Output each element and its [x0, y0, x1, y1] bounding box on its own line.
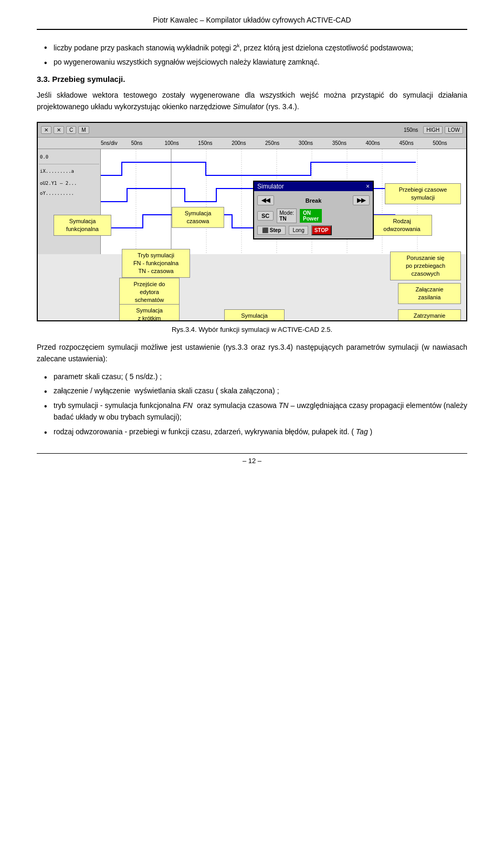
- time-250ns: 250ns: [265, 140, 299, 146]
- callout-rodzaj: Rodzajodwzorowania: [372, 215, 432, 236]
- page-footer: – 12 –: [37, 453, 467, 465]
- sim-sc-btn[interactable]: SC: [257, 211, 274, 221]
- signal-labels: 0.0 iX.........a oU2.Y1 – 2... oY.......…: [38, 149, 101, 254]
- param-bullet-2: załączenie / wyłączenie wyświetlania ska…: [42, 385, 467, 397]
- time-200ns: 200ns: [232, 140, 265, 146]
- section-heading: 3.3. Przebieg symulacji.: [37, 75, 467, 83]
- sim-btn-low[interactable]: LOW: [445, 126, 463, 134]
- sim-btn-m[interactable]: M: [78, 126, 89, 134]
- sim-btn-c[interactable]: C: [66, 126, 76, 134]
- sim-forward-btn[interactable]: ▶▶: [353, 195, 370, 205]
- param-bullet-4: rodzaj odwzorowania - przebiegi w funkcj…: [42, 426, 467, 438]
- callout-zatrzymanie: Zatrzymaniesymulacji: [398, 309, 461, 321]
- page-header: Piotr Kawalec – Kompilator układów cyfro…: [37, 16, 467, 30]
- simulator-figure: ✕ ✕ C M 150ns HIGH LOW 5ns/div 50ns 100n…: [37, 122, 467, 321]
- sim-break-label: Break: [306, 197, 322, 204]
- intro-bullet-list: liczby podane przy paskach stanowią wykł…: [37, 41, 467, 68]
- callout-poruszanie: Poruszanie siępo przebiegachczasowych: [390, 252, 461, 280]
- sim-mode-value: Mode:TN: [277, 208, 297, 223]
- time-50ns: 50ns: [131, 140, 165, 146]
- sim-timescale-label: 5ns/div: [101, 140, 126, 146]
- callout-tryb-symulacji: Tryb symulacjiFN - funkcjonalnaTN - czas…: [122, 249, 190, 278]
- param-bullet-list: parametr skali czasu; ( 5 ns/dz.) ; załą…: [37, 371, 467, 437]
- time-100ns: 100ns: [164, 140, 198, 146]
- sim-close-btn[interactable]: ×: [366, 183, 370, 190]
- callout-przebiegi: Przebiegi czasowesymulacji: [385, 183, 461, 204]
- after-figure-text: Przed rozpoczęciem symulacji możliwe jes…: [37, 342, 467, 364]
- sig-oy: oY..........: [39, 189, 99, 198]
- time-350ns: 350ns: [332, 140, 366, 146]
- callout-dlugim-krokiem: Symulacjaz długimkrokiem: [224, 309, 285, 321]
- sim-rewind-btn[interactable]: ◀◀: [257, 195, 274, 205]
- sim-dialog-title-text: Simulator: [257, 183, 284, 190]
- callout-symulacja-funkcjonalna: Symulacjafunkcjonalna: [54, 215, 111, 236]
- sim-btn-close[interactable]: ✕: [41, 126, 51, 134]
- header-title: Piotr Kawalec – Kompilator układów cyfro…: [153, 16, 351, 24]
- sim-stop-btn[interactable]: STOP: [311, 225, 332, 235]
- sim-dialog-titlebar: Simulator ×: [254, 182, 373, 191]
- figure-caption: Rys.3.4. Wybór funkcji symulacji w ACTIV…: [37, 326, 467, 333]
- time-500ns: 500ns: [433, 140, 466, 146]
- sig-ix: iX.........a: [39, 164, 99, 179]
- sim-topbar: ✕ ✕ C M 150ns HIGH LOW: [38, 123, 466, 138]
- sim-on-power: ONPower: [300, 209, 322, 223]
- time-150ns: 150ns: [198, 140, 232, 146]
- sig-u2y1: oU2.Y1 – 2...: [39, 179, 99, 189]
- time-300ns: 300ns: [299, 140, 332, 146]
- sim-row-break: ◀◀ Break ▶▶: [257, 195, 370, 205]
- sim-row-step: ⬛ Step Long STOP: [257, 225, 370, 235]
- param-bullet-1: parametr skali czasu; ( 5 ns/dz.) ;: [42, 371, 467, 383]
- section-body: Jeśli składowe wektora testowego zostały…: [37, 90, 467, 112]
- sim-btn-x[interactable]: ✕: [54, 126, 64, 134]
- sig-label-value: 0.0: [39, 151, 99, 164]
- sim-row-mode: SC Mode:TN ONPower: [257, 208, 370, 223]
- sim-dialog-body: ◀◀ Break ▶▶ SC Mode:TN ONPower ⬛ Step Lo…: [254, 191, 373, 238]
- param-bullet-3: tryb symulacji - symulacja funkcjonalna …: [42, 400, 467, 423]
- intro-bullet-1: liczby podane przy paskach stanowią wykł…: [42, 41, 467, 54]
- sim-btn-high[interactable]: HIGH: [423, 126, 443, 134]
- callout-zalaczanie: Załączaniezasilania: [398, 283, 461, 304]
- sim-time-position: 150ns: [404, 127, 418, 133]
- callout-przejscie: Przejście doedytoraschematów: [119, 278, 180, 307]
- simulator-dialog: Simulator × ◀◀ Break ▶▶ SC Mode:TN ONPow…: [253, 181, 374, 239]
- intro-bullet-2: po wygenerowaniu wszystkich sygnałów wej…: [42, 57, 467, 68]
- sim-long-label: Long: [289, 226, 308, 235]
- sim-step-btn[interactable]: ⬛ Step: [257, 226, 286, 235]
- time-400ns: 400ns: [366, 140, 400, 146]
- callout-krotkim-krokiem: Symulacjaz krótkimkrokiem: [119, 304, 180, 321]
- page-number: – 12 –: [243, 457, 261, 465]
- callout-symulacja-czasowa: Symulacjaczasowa: [172, 207, 224, 228]
- time-450ns: 450ns: [399, 140, 433, 146]
- sim-timebar: 5ns/div 50ns 100ns 150ns 200ns 250ns 300…: [38, 138, 466, 149]
